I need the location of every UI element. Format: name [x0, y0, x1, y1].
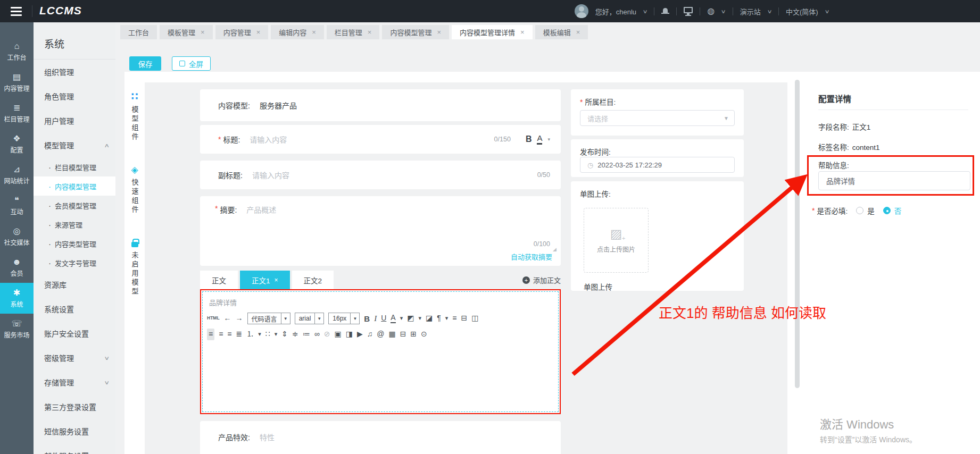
- menu-item-content-model[interactable]: ·内容模型管理: [34, 176, 115, 196]
- site-selector[interactable]: 演示站: [740, 6, 761, 16]
- sidebar-item-stats[interactable]: ⊿网站统计: [0, 159, 34, 190]
- sidebar-item-content[interactable]: ▤内容管理: [0, 67, 34, 98]
- title-input[interactable]: 请输入内容: [250, 134, 287, 145]
- content-tab-1[interactable]: 正文1×: [240, 271, 290, 289]
- tab-content-mgmt[interactable]: 内容管理×: [215, 25, 269, 39]
- menu-item-doc-number[interactable]: ·发文字号管理: [34, 253, 115, 272]
- tab-workbench[interactable]: 工作台: [120, 25, 157, 39]
- subtitle-input[interactable]: 请输入内容: [252, 170, 289, 180]
- font-family-select[interactable]: arial▼: [295, 313, 325, 324]
- sidebar-item-marketplace[interactable]: ☏服务市场: [0, 314, 34, 344]
- user-greeting[interactable]: 您好，chenlu: [595, 6, 636, 16]
- close-tab-icon[interactable]: ×: [201, 28, 205, 36]
- ordered-list-button[interactable]: ⒈: [246, 329, 254, 340]
- tab-content-model-mgmt[interactable]: 内容模型管理×: [382, 25, 449, 39]
- line-height-button[interactable]: ⇕: [281, 329, 288, 340]
- sidebar-item-members[interactable]: ☻会员: [0, 252, 34, 283]
- image-upload-dropzone[interactable]: ▨ 点击上传图片: [584, 208, 649, 273]
- summary-input[interactable]: 产品概述: [246, 204, 276, 215]
- menu-item-email[interactable]: 邮件服务设置: [34, 443, 115, 454]
- background-color-button[interactable]: ◩: [407, 313, 414, 324]
- tab-column-mgmt[interactable]: 栏目管理×: [327, 25, 380, 39]
- close-tab-icon[interactable]: ×: [437, 28, 441, 36]
- menu-item-column-model[interactable]: ·栏目模型管理: [34, 157, 115, 176]
- tab-content-model-detail[interactable]: 内容模型管理详情×: [452, 25, 533, 39]
- table-button[interactable]: ⊞: [410, 329, 417, 340]
- menu-item-thirdparty-login[interactable]: 第三方登录设置: [34, 394, 115, 419]
- link-button[interactable]: ∞: [314, 329, 320, 340]
- italic-button[interactable]: I: [374, 313, 377, 324]
- menu-item-account-security[interactable]: 账户安全设置: [34, 321, 115, 346]
- sidebar-item-config[interactable]: ❖配置: [0, 129, 34, 159]
- indent-button[interactable]: ≡: [452, 313, 456, 324]
- auto-summary-link[interactable]: 自动获取摘要: [511, 251, 552, 262]
- dropdown-arrow-icon[interactable]: ▾: [445, 314, 449, 322]
- dropdown-arrow-icon[interactable]: ▾: [418, 314, 421, 322]
- tab-template-mgmt[interactable]: 模板管理×: [160, 25, 213, 39]
- close-tab-icon[interactable]: ×: [576, 28, 580, 36]
- close-tab-icon[interactable]: ×: [520, 28, 525, 36]
- menu-item-content-type[interactable]: ·内容类型管理: [34, 234, 115, 253]
- music-button[interactable]: ♫: [367, 329, 373, 340]
- help-info-input[interactable]: [818, 171, 970, 190]
- undo-button[interactable]: ←: [224, 313, 231, 324]
- image-button[interactable]: ▣: [334, 329, 341, 340]
- close-tab-icon[interactable]: ×: [256, 28, 261, 36]
- menu-item-sys-settings[interactable]: 系统设置: [34, 297, 115, 321]
- map-button[interactable]: ▦: [388, 329, 395, 340]
- bold-button[interactable]: B: [526, 134, 532, 144]
- dropdown-arrow-icon[interactable]: ▾: [258, 330, 261, 338]
- font-size-select[interactable]: 16px▼: [328, 313, 360, 324]
- menu-toggle-icon[interactable]: [11, 7, 22, 16]
- page-break-button[interactable]: ⊟: [400, 329, 406, 340]
- dropdown-arrow-icon[interactable]: ▾: [275, 330, 278, 338]
- tab-edit-content[interactable]: 编辑内容×: [271, 25, 324, 39]
- align-right-button[interactable]: ≡: [227, 329, 231, 340]
- close-tab-icon[interactable]: ×: [312, 28, 316, 36]
- unlink-button[interactable]: ⊘: [324, 329, 330, 340]
- dropdown-arrow-icon[interactable]: ▾: [547, 137, 550, 142]
- publish-time-input[interactable]: ◷ 2022-03-25 17:22:29: [580, 157, 735, 173]
- sidebar-item-workbench[interactable]: ⌂工作台: [0, 36, 34, 67]
- required-yes-label[interactable]: 是: [867, 205, 875, 216]
- category-select[interactable]: 请选择 ▼: [580, 110, 735, 126]
- fullscreen-button[interactable]: 全屏: [172, 56, 211, 71]
- list-style-button[interactable]: ≔: [303, 329, 310, 340]
- vertical-scrollbar[interactable]: [795, 80, 800, 388]
- clear-screen-button[interactable]: ◫: [471, 313, 478, 324]
- html-source-button[interactable]: HTML: [207, 315, 220, 322]
- attachment-button[interactable]: @: [377, 329, 384, 340]
- code-language-select[interactable]: 代码语言▼: [247, 313, 290, 324]
- monitor-icon[interactable]: [684, 7, 693, 13]
- strip-item-model-components[interactable]: ∷ 模型组件: [130, 91, 140, 142]
- menu-item-member-model[interactable]: ·会员模型管理: [34, 196, 115, 215]
- video-button[interactable]: ▶: [357, 329, 363, 340]
- strip-item-disabled-models[interactable]: 未启用模型: [130, 238, 140, 297]
- add-content-button[interactable]: + 添加正文: [522, 275, 561, 289]
- menu-item-resources[interactable]: 资源库: [34, 272, 115, 297]
- menu-item-user[interactable]: 用户管理: [34, 108, 115, 133]
- required-no-radio[interactable]: [883, 207, 891, 214]
- editor-placeholder[interactable]: 品牌详情: [203, 292, 558, 310]
- search-button[interactable]: ⊙: [421, 329, 427, 340]
- menu-item-source[interactable]: ·来源管理: [34, 215, 115, 234]
- close-tab-icon[interactable]: ×: [368, 28, 372, 36]
- paragraph-format-button[interactable]: ¶: [437, 313, 441, 324]
- required-yes-radio[interactable]: [856, 207, 863, 214]
- menu-item-sms[interactable]: 短信服务设置: [34, 419, 115, 443]
- menu-item-secrecy[interactable]: 密级管理∨: [34, 346, 115, 370]
- menu-item-model[interactable]: 模型管理∧: [34, 133, 115, 157]
- sidebar-item-system[interactable]: ✱系统: [0, 283, 34, 314]
- sidebar-item-social[interactable]: ◎社交媒体: [0, 221, 34, 252]
- align-justify-button[interactable]: ≣: [236, 329, 243, 340]
- font-color-button[interactable]: A: [537, 134, 542, 145]
- content-tab-main[interactable]: 正文: [200, 271, 238, 289]
- menu-item-role[interactable]: 角色管理: [34, 84, 115, 108]
- font-color-button[interactable]: A: [391, 314, 395, 323]
- menu-item-org[interactable]: 组织管理: [34, 60, 115, 84]
- feature-input[interactable]: 特性: [260, 432, 275, 442]
- avatar[interactable]: [575, 4, 588, 18]
- bold-button[interactable]: B: [364, 313, 370, 324]
- sidebar-item-columns[interactable]: ≣栏目管理: [0, 98, 34, 129]
- sidebar-item-interaction[interactable]: ❝互动: [0, 190, 34, 221]
